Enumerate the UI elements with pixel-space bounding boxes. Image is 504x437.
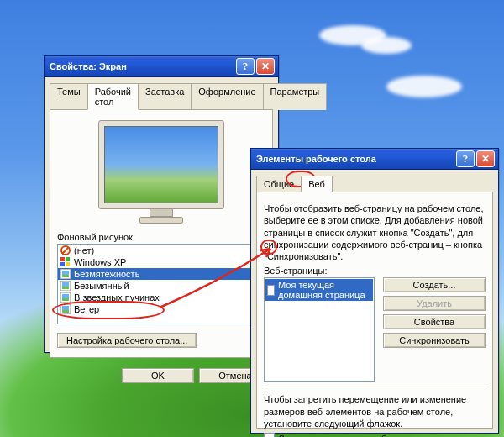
- list-item[interactable]: (нет): [58, 245, 252, 256]
- tab-appearance[interactable]: Оформление: [191, 83, 263, 110]
- list-item[interactable]: Ветер: [58, 303, 252, 315]
- svg-rect-16: [62, 306, 69, 310]
- svg-rect-2: [60, 257, 65, 261]
- tab-panel-web: Чтобы отобразить веб-страницу на рабочем…: [256, 192, 493, 429]
- list-item[interactable]: Безымянный: [58, 280, 252, 292]
- tab-desktop[interactable]: Рабочий стол: [87, 83, 139, 110]
- titlebar[interactable]: Свойства: Экран ? ✕: [45, 56, 278, 77]
- svg-rect-13: [62, 294, 69, 298]
- titlebar[interactable]: Элементы рабочего стола ? ✕: [251, 149, 498, 170]
- delete-button: Удалить: [383, 296, 486, 311]
- svg-rect-3: [66, 257, 70, 261]
- properties-button[interactable]: Свойства: [383, 314, 486, 329]
- none-icon: [60, 245, 71, 255]
- list-item[interactable]: Windows XP: [58, 256, 252, 268]
- svg-rect-5: [66, 262, 70, 266]
- svg-rect-10: [62, 282, 69, 287]
- tabs: Темы Рабочий стол Заставка Оформление Па…: [50, 82, 273, 109]
- tab-web[interactable]: Веб: [301, 176, 333, 192]
- desktop-items-window: Элементы рабочего стола ? ✕ Общие Веб Чт…: [250, 148, 499, 434]
- svg-rect-4: [60, 262, 65, 266]
- webpages-listbox[interactable]: Моя текущая домашняя страница: [264, 277, 375, 382]
- webpages-label: Веб-страницы:: [264, 266, 486, 276]
- list-item[interactable]: Безмятежность: [58, 268, 252, 280]
- background-listbox[interactable]: (нет) Windows XP Безмятежность Безымянны…: [57, 244, 253, 324]
- tab-screensaver[interactable]: Заставка: [138, 83, 192, 110]
- tab-settings[interactable]: Параметры: [263, 83, 328, 110]
- intro-text: Чтобы отобразить веб-страницу на рабочем…: [264, 203, 486, 262]
- checkbox[interactable]: [264, 433, 275, 437]
- ok-button[interactable]: OK: [122, 368, 194, 383]
- monitor-preview: [57, 117, 265, 230]
- svg-line-1: [62, 247, 69, 254]
- bmp-icon: [60, 269, 71, 279]
- bmp-icon: [60, 304, 71, 314]
- window-title: Элементы рабочего стола: [256, 154, 376, 164]
- tab-general[interactable]: Общие: [256, 176, 302, 192]
- help-button[interactable]: ?: [236, 58, 255, 75]
- lock-checkbox-label: Закрепить элементы рабочего стола: [279, 434, 436, 437]
- tab-themes[interactable]: Темы: [50, 83, 88, 110]
- close-button[interactable]: ✕: [476, 150, 495, 167]
- display-properties-window: Свойства: Экран ? ✕ Темы Рабочий стол За…: [44, 55, 279, 353]
- list-item[interactable]: В звездных пучинах: [58, 292, 252, 303]
- help-button[interactable]: ?: [456, 150, 475, 167]
- list-item[interactable]: Моя текущая домашняя страница: [265, 279, 373, 301]
- window-title: Свойства: Экран: [50, 61, 127, 71]
- svg-rect-14: [62, 298, 69, 301]
- svg-rect-17: [62, 310, 69, 313]
- svg-rect-7: [62, 271, 69, 275]
- dialog-button-row: OK Отмена: [45, 363, 278, 388]
- svg-rect-11: [62, 287, 69, 289]
- bmp-icon: [60, 281, 71, 291]
- tab-panel-desktop: Фоновый рисунок: (нет) Windows XP Безмят…: [50, 109, 273, 358]
- svg-rect-8: [62, 275, 69, 277]
- background-list-label: Фоновый рисунок:: [57, 232, 265, 242]
- tabs: Общие Веб: [256, 175, 493, 192]
- customize-desktop-button[interactable]: Настройка рабочего стола...: [57, 333, 197, 348]
- desktop-background: Свойства: Экран ? ✕ Темы Рабочий стол За…: [0, 0, 504, 437]
- checkbox[interactable]: [267, 285, 275, 296]
- lock-intro-text: Чтобы запретить перемещение или изменени…: [264, 393, 486, 429]
- synchronize-button[interactable]: Синхронизовать: [383, 333, 486, 348]
- flag-icon: [60, 257, 71, 267]
- close-button[interactable]: ✕: [256, 58, 275, 75]
- new-button[interactable]: Создать...: [383, 277, 486, 292]
- bmp-icon: [60, 292, 71, 303]
